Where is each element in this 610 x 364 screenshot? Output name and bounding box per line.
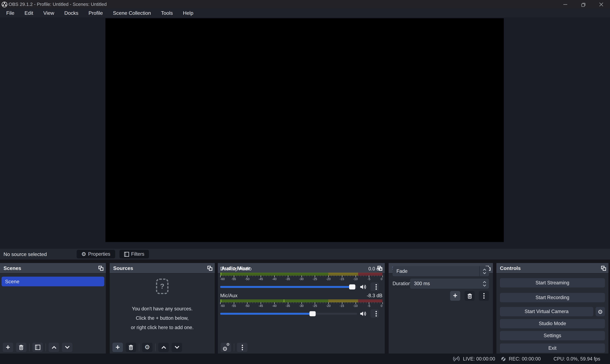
slider-handle[interactable] <box>349 284 355 289</box>
duration-label: Duration <box>393 281 410 286</box>
speaker-icon[interactable] <box>360 311 367 316</box>
cpu-fps-status: CPU: 0.0%, 59.94 fps <box>554 356 600 362</box>
dot-slash-icon <box>500 356 506 362</box>
channel-name: Mic/Aux <box>220 293 237 299</box>
add-transition-button[interactable]: + <box>450 291 460 301</box>
remove-transition-button[interactable] <box>465 291 475 301</box>
slider-handle[interactable] <box>309 311 316 316</box>
maximize-button[interactable] <box>574 0 592 9</box>
toolbar-separator <box>46 343 46 351</box>
filters-button[interactable]: Filters <box>119 250 149 258</box>
minimize-button[interactable] <box>556 0 574 9</box>
move-source-down-button[interactable] <box>171 343 182 352</box>
source-properties-button[interactable]: ⚙ <box>142 343 152 352</box>
scenes-panel: Scenes Scene + <box>0 263 106 353</box>
channel-db-value: 0.0 dB <box>368 266 382 273</box>
transition-options-button[interactable] <box>479 291 489 301</box>
selected-source-bar: No source selected ⚙ Properties Filters <box>0 249 610 260</box>
chevrons-up-down-icon <box>479 266 489 276</box>
volume-slider[interactable] <box>220 312 357 314</box>
toolbar-separator <box>29 343 29 351</box>
add-source-button[interactable]: + <box>112 343 123 352</box>
remove-scene-button[interactable] <box>16 343 26 352</box>
signal-slash-icon <box>452 356 460 362</box>
rec-status: REC: 00:00:00 <box>500 356 541 362</box>
menu-scene-collection[interactable]: Scene Collection <box>108 9 156 17</box>
properties-button[interactable]: ⚙ Properties <box>77 250 115 258</box>
scenes-toolbar: + <box>3 343 72 352</box>
trash-icon <box>19 345 24 350</box>
exit-button[interactable]: Exit <box>500 343 605 353</box>
meter-scale: -60-55-50-45-40-35-30-25-20-15-10-50 <box>220 302 382 309</box>
scene-transitions-panel: Scene Transitions Fade Duration <box>388 263 493 353</box>
volume-slider[interactable] <box>220 286 357 288</box>
channel-options-button[interactable] <box>370 283 379 291</box>
kebab-icon <box>375 284 377 290</box>
scene-filters-button[interactable] <box>32 343 43 352</box>
duration-spinbox[interactable]: 300 ms <box>410 278 489 289</box>
speaker-icon[interactable] <box>360 284 367 290</box>
duration-row: Duration 300 ms <box>393 278 489 289</box>
sources-header: Sources <box>110 263 215 273</box>
scenes-title: Scenes <box>3 265 21 271</box>
channel-options-button[interactable] <box>370 309 379 318</box>
popout-icon[interactable] <box>98 265 104 271</box>
trash-icon <box>128 345 133 350</box>
trash-icon <box>467 293 472 299</box>
virtual-camera-settings-button[interactable]: ⚙ <box>596 307 605 316</box>
transition-buttons: + <box>450 291 489 301</box>
gear-icon: ⚙ <box>145 344 150 350</box>
close-button[interactable] <box>592 0 610 9</box>
menu-view[interactable]: View <box>38 9 59 17</box>
chevron-down-icon <box>64 345 70 349</box>
controls-title: Controls <box>500 265 521 271</box>
volume-meter <box>220 299 382 302</box>
menu-help[interactable]: Help <box>178 9 198 17</box>
sources-empty-state[interactable]: ? You don't have any sources. Click the … <box>110 278 215 332</box>
scenes-header: Scenes <box>0 263 106 273</box>
mixer-toolbar: ⚙⚙ <box>221 343 248 352</box>
menu-bar: File Edit View Docks Profile Scene Colle… <box>0 9 610 17</box>
sources-toolbar: + ⚙ <box>112 343 182 352</box>
channel-db-value: -8.3 dB <box>367 293 382 299</box>
chevron-up-icon <box>161 345 166 349</box>
mixer-options-button[interactable] <box>237 343 248 352</box>
gear-icon: ⚙ <box>81 251 86 257</box>
move-scene-up-button[interactable] <box>49 343 59 352</box>
menu-tools[interactable]: Tools <box>156 9 178 17</box>
question-mark-icon: ? <box>156 278 168 294</box>
transition-select[interactable]: Fade <box>393 266 489 276</box>
menu-file[interactable]: File <box>1 9 19 17</box>
remove-source-button[interactable] <box>126 343 136 352</box>
toolbar-separator <box>139 343 139 351</box>
mixer-channel-mic-aux: Mic/Aux -8.3 dB -60-55-50-45-40-35-30-25… <box>220 293 382 318</box>
preview-canvas[interactable] <box>105 18 504 242</box>
channel-name: Desktop Audio <box>220 266 251 273</box>
menu-profile[interactable]: Profile <box>83 9 108 17</box>
preview-background <box>0 17 610 249</box>
add-scene-button[interactable]: + <box>3 343 13 352</box>
start-virtual-camera-button[interactable]: Start Virtual Camera <box>500 307 593 316</box>
volume-meter <box>220 273 382 275</box>
plus-icon: + <box>453 292 457 299</box>
popout-icon[interactable] <box>601 265 606 271</box>
window-controls <box>556 0 610 9</box>
filters-icon <box>35 345 40 350</box>
obs-logo-icon <box>1 1 7 7</box>
obs-window: OBS 29.1.2 - Profile: Untitled - Scenes:… <box>0 0 610 364</box>
advanced-audio-button[interactable]: ⚙⚙ <box>221 343 231 352</box>
move-scene-down-button[interactable] <box>62 343 72 352</box>
move-source-up-button[interactable] <box>158 343 169 352</box>
filters-icon <box>124 252 129 257</box>
scene-list-item[interactable]: Scene <box>1 277 104 286</box>
menu-edit[interactable]: Edit <box>19 9 38 17</box>
settings-button[interactable]: Settings <box>500 331 605 340</box>
mixer-channel-desktop-audio: Desktop Audio 0.0 dB -60-55-50-45-40-35-… <box>220 266 382 291</box>
studio-mode-button[interactable]: Studio Mode <box>500 319 605 328</box>
start-streaming-button[interactable]: Start Streaming <box>500 278 605 287</box>
popout-icon[interactable] <box>208 265 212 271</box>
menu-docks[interactable]: Docks <box>59 9 83 17</box>
kebab-icon <box>483 293 485 299</box>
start-recording-button[interactable]: Start Recording <box>500 293 605 302</box>
chevrons-up-down-icon[interactable] <box>483 281 486 286</box>
